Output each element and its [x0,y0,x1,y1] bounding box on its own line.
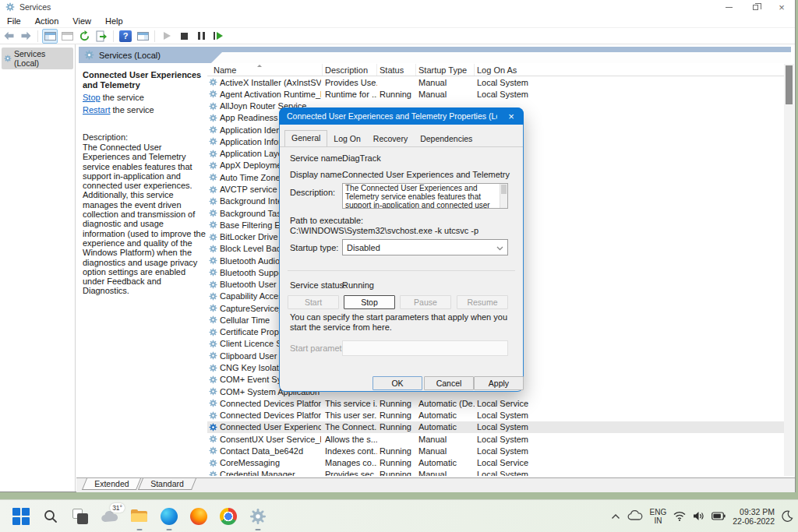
start-icon[interactable] [11,506,31,527]
cancel-button[interactable]: Cancel [424,376,474,390]
service-log-on-as: Local System [475,90,785,99]
firefox-icon[interactable] [189,506,209,527]
tray-chevron-up-icon[interactable] [611,512,620,521]
service-row[interactable]: Contact Data_be642d Indexes cont... Runn… [207,445,785,456]
service-description-text: The Connected User Experiences and Telem… [83,143,206,296]
dialog-tabs: General Log On Recovery Dependencies [284,130,478,146]
close-button[interactable]: × [768,0,795,14]
onedrive-cloud-icon[interactable] [627,510,643,523]
stop-service-link[interactable]: Stop [83,93,101,102]
refresh-icon[interactable] [76,29,92,44]
focus-moon-icon[interactable] [782,510,793,523]
weather-temp-badge: 31° [110,503,125,513]
wifi-icon[interactable] [673,511,686,523]
service-name: Connected Devices Platform ... [220,399,321,408]
language-indicator[interactable]: ENG IN [650,508,667,525]
service-name: Credential Manager [220,470,321,476]
menu-action[interactable]: Action [28,15,66,27]
column-header-name[interactable]: Name [207,64,323,76]
column-header-description[interactable]: Description [323,64,377,76]
tab-extended[interactable]: Extended [82,478,141,490]
service-name-label: Service name: [290,153,344,163]
results-header-band: Services (Local) [79,47,791,63]
speaker-icon[interactable] [693,511,704,523]
start-service-icon[interactable] [159,29,175,44]
service-row[interactable]: Connected Devices Platform ... This user… [207,409,785,421]
service-row[interactable]: Credential Manager Provides sec... Runni… [207,469,785,476]
menu-help[interactable]: Help [98,15,130,27]
task-view-icon[interactable] [70,506,90,527]
vertical-scrollbar[interactable] [784,64,794,476]
show-console-tree-icon[interactable] [42,29,58,44]
ok-button[interactable]: OK [373,376,422,390]
service-log-on-as: Local Service [475,458,785,467]
start-button[interactable]: Start [288,295,339,309]
tab-dependencies[interactable]: Dependencies [414,132,478,146]
resume-button[interactable]: Resume [457,295,508,309]
apply-button[interactable]: Apply [474,376,524,390]
service-log-on-as: Local System [475,78,785,87]
display-name-label: Display name: [290,170,344,179]
restore-button[interactable] [742,0,768,14]
service-log-on-as: Local System [475,410,785,420]
column-header-status[interactable]: Status [377,64,416,76]
service-gear-icon [209,459,217,467]
services-gear-icon[interactable] [248,506,268,527]
dialog-close-icon[interactable]: × [500,107,522,125]
edge-icon[interactable] [159,506,179,527]
restart-service-icon[interactable] [210,29,226,44]
tab-recovery[interactable]: Recovery [367,132,414,146]
service-gear-icon [209,304,217,312]
service-gear-icon [209,185,217,194]
service-startup-type: Automatic [416,410,475,420]
export-list-icon[interactable] [94,29,109,44]
pause-button[interactable]: Pause [400,295,451,309]
service-row[interactable]: ConsentUX User Service_be6... Allows the… [207,433,785,445]
weather-icon[interactable]: 31° [100,506,120,527]
stop-service-icon[interactable] [176,29,192,44]
tab-general[interactable]: General [284,130,327,147]
tab-standard[interactable]: Standard [138,478,196,490]
forward-icon[interactable] [18,29,34,44]
taskbar-app-icons: 31° [11,500,268,532]
menu-file[interactable]: File [0,15,28,27]
column-header-startup-type[interactable]: Startup Type [416,64,475,76]
restart-service-link[interactable]: Restart [83,105,110,115]
back-icon[interactable] [1,29,16,44]
menu-view[interactable]: View [65,15,98,27]
service-gear-icon [209,137,217,146]
stop-button[interactable]: Stop [344,295,395,309]
help-icon[interactable]: ? [118,29,133,44]
dialog-titlebar: Connected User Experiences and Telemetry… [279,107,524,125]
service-description: Allows the s... [323,435,377,444]
battery-icon[interactable] [711,512,726,522]
service-description: Indexes cont... [323,446,377,456]
file-explorer-icon[interactable] [129,506,150,527]
service-row[interactable]: Connected Devices Platform ... This serv… [207,397,785,409]
tab-log-on[interactable]: Log On [327,132,366,146]
scrollbar-thumb[interactable] [786,65,793,104]
dialog-description-box[interactable]: The Connected User Experiences and Telem… [342,183,508,209]
service-row[interactable]: ActiveX Installer (AxInstSV) Provides Us… [207,76,785,88]
clock[interactable]: 09:32 PM 22-06-2022 [733,507,775,526]
service-name: Contact Data_be642d [220,446,321,456]
description-scrollbar[interactable] [500,184,507,208]
pause-service-icon[interactable] [193,29,209,44]
column-header-log-on-as[interactable]: Log On As [475,64,785,76]
properties-icon[interactable] [59,29,75,44]
startup-type-select[interactable]: Disabled [342,239,508,255]
minimize-button[interactable] [715,0,742,14]
service-row[interactable]: CoreMessaging Manages co... Running Auto… [207,457,785,469]
start-parameters-input[interactable] [342,340,508,356]
service-gear-icon [209,256,217,265]
tree-item-services-local[interactable]: Services (Local) [2,48,73,69]
service-gear-icon [209,268,217,277]
show-action-pane-icon[interactable] [135,29,150,44]
chrome-icon[interactable] [218,506,238,527]
search-icon[interactable] [41,506,61,527]
services-app-icon [5,2,15,12]
service-row[interactable]: Connected User Experiences ... The Conne… [207,421,785,433]
service-log-on-as: Local System [475,446,785,456]
service-row[interactable]: Agent Activation Runtime_b... Runtime fo… [207,88,785,100]
service-gear-icon [209,125,217,134]
